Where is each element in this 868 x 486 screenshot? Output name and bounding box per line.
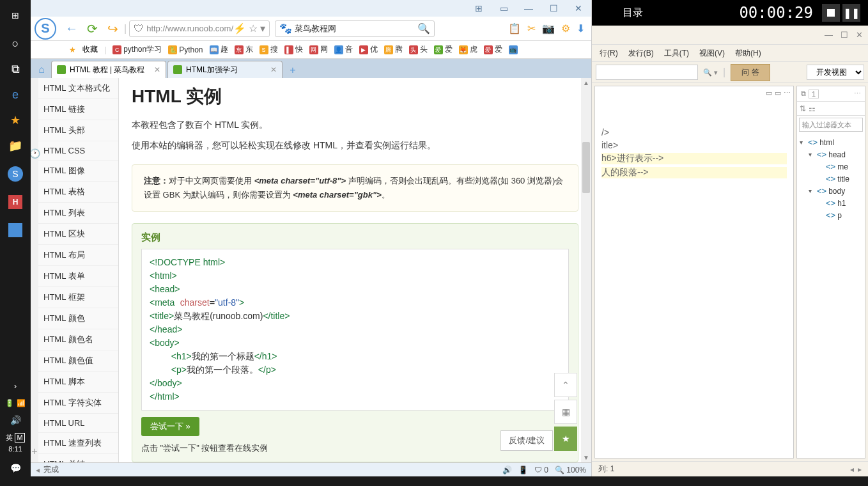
sidebar-item[interactable]: HTML 布局 — [38, 245, 118, 266]
refresh-button[interactable]: ⟳ — [83, 20, 101, 38]
favorites-label[interactable]: 收藏 — [82, 44, 98, 55]
minimize-icon[interactable]: — — [521, 2, 536, 15]
search-box[interactable]: 🐾 菜鸟教程网 🔍 — [275, 20, 435, 37]
favorite-link[interactable]: 爱爱 — [434, 44, 453, 55]
favorite-link[interactable]: ▌快 — [284, 44, 303, 55]
sidebar-item[interactable]: HTML 框架 — [38, 287, 118, 308]
back-button[interactable]: ← — [63, 20, 81, 38]
tool-icon-1[interactable]: 📋 — [508, 22, 521, 35]
browser-tab[interactable]: HTML 教程 | 菜鸟教程✕ — [51, 61, 166, 78]
dropdown-icon[interactable]: ▾ — [260, 22, 265, 35]
search-dropdown-icon[interactable]: 🔍 ▾ — [703, 68, 718, 77]
sidebar-item[interactable]: HTML 颜色 — [38, 308, 118, 329]
directory-label[interactable]: 目录 — [623, 6, 643, 20]
fav-star-icon[interactable]: ★ — [69, 45, 76, 54]
favorite-link[interactable]: 头头 — [409, 44, 428, 55]
tree-node[interactable]: <>h1 — [800, 197, 862, 209]
shield-status-icon[interactable]: 🛡 0 — [534, 466, 548, 474]
expand-tray-icon[interactable]: › — [0, 373, 31, 399]
favorite-link[interactable]: S搜 — [260, 44, 278, 55]
wifi-icon[interactable]: 📶 — [17, 399, 26, 407]
maximize-icon[interactable]: ☐ — [546, 2, 561, 15]
sidebar-item[interactable]: HTML 表单 — [38, 266, 118, 287]
tab-close-icon[interactable]: ✕ — [270, 65, 277, 74]
sidebar-item[interactable]: HTML 字符实体 — [38, 393, 118, 414]
favorite-link[interactable]: Cpython学习 — [112, 44, 162, 55]
menu-item[interactable]: 发行(B) — [623, 48, 659, 59]
ide-minimize-icon[interactable]: — — [825, 30, 833, 40]
favorite-link[interactable]: 东东 — [235, 44, 253, 55]
tree-node[interactable]: <>title — [800, 173, 862, 185]
sidebar-item[interactable]: HTML 速查列表 — [38, 433, 118, 454]
ime-mode[interactable]: M — [15, 433, 24, 443]
outline-tab-icon[interactable]: ⧉ — [801, 90, 806, 98]
clock[interactable]: 8:11 — [8, 445, 22, 453]
try-button[interactable]: 尝试一下 » — [141, 417, 199, 436]
pause-button[interactable]: ❚❚ — [842, 4, 860, 22]
tree-node[interactable]: <>p — [800, 209, 862, 221]
sidebar-item[interactable]: HTML 链接 — [38, 99, 118, 120]
phone-status-icon[interactable]: 📱 — [518, 466, 528, 474]
favorite-icon[interactable]: ☆ — [249, 22, 258, 35]
favorite-link[interactable]: 爱爱 — [484, 44, 502, 55]
close-window-icon[interactable]: ✕ — [571, 2, 586, 15]
app-blue-icon[interactable] — [0, 217, 31, 243]
editor-tab-icon[interactable]: ▭ — [766, 89, 772, 97]
editor-tab-icon[interactable]: ▭ — [775, 89, 781, 97]
scroll-thumb[interactable] — [582, 142, 590, 193]
filter-icon[interactable]: ⚏ — [809, 104, 816, 113]
sidebar-item[interactable]: HTML 图像 — [38, 161, 118, 182]
home-button[interactable]: ⌂ — [33, 61, 50, 78]
menu-item[interactable]: 视图(V) — [694, 48, 730, 59]
address-bar[interactable]: 🛡 http://www.runoob.com/ ⚡ ☆ ▾ — [129, 20, 270, 37]
sidebar-item[interactable]: HTML 颜色名 — [38, 329, 118, 350]
star-widget-button[interactable]: ★ — [554, 427, 577, 451]
star-icon[interactable]: ★ — [0, 107, 31, 133]
favorite-link[interactable]: 📺 — [509, 44, 520, 55]
ide-search-input[interactable] — [596, 65, 698, 80]
sidebar-item[interactable]: HTML 表格 — [38, 182, 118, 203]
add-panel-icon[interactable]: + — [31, 446, 37, 457]
volume-icon[interactable]: 🔊 — [0, 407, 31, 433]
tree-node[interactable]: ▾<>html — [800, 136, 862, 148]
sort-icon[interactable]: ⇅ — [800, 104, 806, 113]
favorite-link[interactable]: 🦊虎 — [459, 44, 477, 55]
favorite-link[interactable]: 📖趣 — [210, 44, 228, 55]
ide-close-icon[interactable]: ✕ — [856, 30, 863, 40]
sidebar-item[interactable]: HTML 头部 — [38, 120, 118, 141]
status-scroll-left[interactable]: ◂ — [850, 465, 854, 474]
flash-icon[interactable]: ⚡ — [233, 22, 246, 35]
sogou-taskbar-icon[interactable]: S — [0, 161, 31, 187]
ime-lang[interactable]: 英 — [6, 433, 13, 443]
scissors-icon[interactable]: ✂ — [527, 22, 536, 35]
sidebar-item[interactable]: HTML 总结 — [38, 454, 118, 462]
favorite-link[interactable]: 腾腾 — [384, 44, 403, 55]
browser-tab[interactable]: HTML加强学习✕ — [167, 61, 283, 78]
stop-button[interactable] — [822, 4, 840, 22]
clock-icon[interactable]: 🕐 — [31, 148, 40, 159]
code-editor[interactable]: ▭▭⋯ />itle>h6>进行表示-->人的段落--> — [594, 86, 794, 459]
download-icon[interactable]: ⬇ — [577, 22, 585, 35]
search-engine-icon[interactable]: 🐾 — [279, 22, 292, 35]
tree-node[interactable]: <>me — [800, 161, 862, 173]
start-button[interactable]: ⊞ — [0, 0, 31, 31]
outline-filter-input[interactable]: 输入过滤器文本 — [799, 118, 863, 132]
gear-icon[interactable]: ⚙ — [561, 22, 570, 35]
sidebar-item[interactable]: HTML 区块 — [38, 224, 118, 245]
menu-item[interactable]: 工具(T) — [659, 48, 694, 59]
tool-icon-3[interactable]: 📷 — [542, 22, 555, 35]
cortana-icon[interactable]: ○ — [0, 31, 31, 56]
favorite-link[interactable]: 网网 — [309, 44, 328, 55]
grid-icon[interactable]: ⊞ — [471, 2, 486, 15]
answer-button[interactable]: 问 答 — [731, 64, 770, 81]
menu-item[interactable]: 帮助(H) — [730, 48, 766, 59]
favorite-link[interactable]: 🐍Python — [168, 44, 203, 55]
task-view-icon[interactable]: ⧉ — [0, 56, 31, 82]
layers-icon[interactable]: ▭ — [496, 2, 511, 15]
qr-button[interactable]: ▦ — [554, 400, 577, 424]
edge-icon[interactable]: e — [0, 82, 31, 107]
favorite-link[interactable]: ▶优 — [359, 44, 378, 55]
feedback-button[interactable]: 反馈/建议 — [500, 430, 553, 451]
ide-maximize-icon[interactable]: ☐ — [841, 30, 848, 40]
favorite-link[interactable]: 👤音 — [334, 44, 353, 55]
